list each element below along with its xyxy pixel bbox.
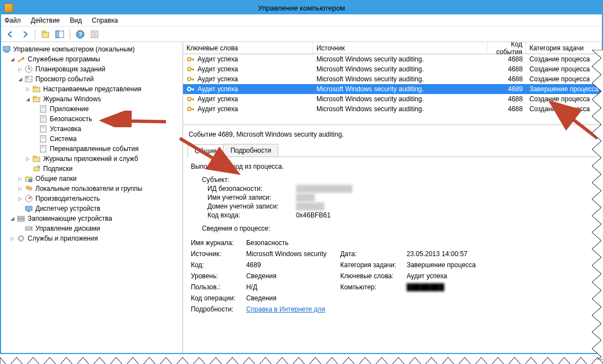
folder-icon	[32, 85, 41, 93]
up-button[interactable]	[39, 28, 51, 40]
event-row[interactable]: Аудит успехаMicrosoft Windows security a…	[183, 54, 602, 64]
device-manager-icon	[24, 204, 33, 213]
app-icon	[4, 3, 13, 12]
tab-details[interactable]: Подробности	[223, 144, 278, 157]
tree-log-setup[interactable]: Установка	[2, 124, 181, 134]
expander-icon[interactable]: ▷	[24, 155, 31, 162]
computer-label: Компьютер:	[340, 283, 407, 291]
event-row[interactable]: Аудит успехаMicrosoft Windows security a…	[183, 74, 602, 84]
tree-services-apps[interactable]: ▷ Службы и приложения	[2, 233, 181, 243]
help-link[interactable]: Справка в Интернете для	[246, 305, 325, 313]
log-icon	[39, 115, 48, 123]
tree-system-tools[interactable]: ◢ Служебные программы	[2, 54, 181, 64]
detail-header: Событие 4689, Microsoft Windows security…	[188, 128, 597, 141]
keywords-label: Ключевые слова:	[340, 272, 407, 280]
more-info-label: Подробности:	[191, 305, 246, 313]
event-list: Ключевые слова Источник Код события Кате…	[183, 42, 602, 125]
tree-performance[interactable]: ▷ Производительность	[2, 194, 181, 204]
show-hide-tree-button[interactable]	[54, 28, 66, 40]
tree-windows-logs[interactable]: ◢ Журналы Windows	[2, 94, 181, 104]
event-source: Microsoft Windows security auditing.	[313, 95, 487, 103]
svg-point-67	[188, 97, 191, 101]
svg-point-55	[188, 58, 191, 61]
col-event-id[interactable]: Код события	[487, 42, 526, 54]
tree-local-users[interactable]: ▷ Локальные пользователи и группы	[2, 184, 181, 194]
process-info-label: Сведения о процессе:	[202, 225, 594, 232]
event-id: 4688	[487, 65, 526, 73]
expander-icon[interactable]: ◢	[9, 56, 15, 63]
back-button[interactable]	[4, 28, 17, 40]
event-row[interactable]: Аудит успехаMicrosoft Windows security a…	[183, 94, 602, 104]
code-label: Код:	[191, 261, 246, 269]
tools-icon	[17, 55, 25, 64]
menu-help[interactable]: Справка	[92, 17, 118, 24]
event-row[interactable]: Аудит успехаMicrosoft Windows security a…	[183, 64, 602, 74]
menu-action[interactable]: Действие	[31, 17, 60, 24]
tree-log-system[interactable]: Система	[2, 134, 181, 144]
tree-log-security[interactable]: Безопасность	[2, 114, 181, 124]
folder-icon	[32, 154, 41, 163]
expander-icon[interactable]: ▷	[17, 185, 23, 192]
tree-custom-views[interactable]: ▷ Настраиваемые представления	[2, 84, 181, 94]
detail-tabs: Общие Подробности	[188, 144, 597, 157]
titlebar[interactable]: Управление компьютером	[1, 1, 602, 14]
svg-point-64	[188, 87, 191, 91]
menu-view[interactable]: Вид	[70, 17, 82, 24]
tree-app-services-logs[interactable]: ▷ Журналы приложений и служб	[2, 154, 181, 164]
tree-shared-folders[interactable]: ▷ Общие папки	[2, 174, 181, 184]
toolbar-separator	[70, 29, 70, 39]
computer-value: ████████	[407, 283, 517, 291]
col-keywords[interactable]: Ключевые слова	[183, 42, 313, 54]
event-keywords: Аудит успеха	[197, 95, 238, 103]
logon-id-value: 0x46BFB61	[296, 211, 594, 219]
event-keywords: Аудит успеха	[197, 75, 238, 83]
tree-subscriptions[interactable]: Подписки	[2, 164, 181, 174]
expander-icon[interactable]: ▷	[17, 175, 23, 182]
opcode-value: Сведения	[246, 294, 517, 302]
expander-icon[interactable]: ◢	[17, 76, 23, 82]
expander-icon[interactable]: ▷	[24, 86, 31, 92]
help-button[interactable]: ?	[74, 28, 86, 40]
disk-icon	[24, 224, 33, 233]
event-row[interactable]: Аудит успехаMicrosoft Windows security a…	[183, 84, 602, 94]
menu-file[interactable]: Файл	[4, 17, 21, 24]
subject-label: Субъект:	[202, 176, 594, 184]
code-value: 4689	[246, 261, 340, 269]
expander-icon[interactable]: ▷	[17, 195, 23, 202]
properties-button[interactable]	[89, 28, 101, 40]
subscriptions-icon	[32, 164, 41, 173]
right-pane: Ключевые слова Источник Код события Кате…	[183, 42, 602, 353]
forward-button[interactable]	[19, 28, 31, 40]
event-source: Microsoft Windows security auditing.	[313, 65, 487, 73]
svg-rect-49	[18, 216, 24, 219]
expander-icon[interactable]: ▷	[17, 66, 23, 72]
event-id: 4688	[487, 75, 526, 83]
expander-icon[interactable]: ◢	[24, 96, 31, 102]
key-icon	[186, 95, 195, 103]
event-detail-pane: Событие 4689, Microsoft Windows security…	[183, 125, 602, 353]
expander-icon[interactable]: ◢	[9, 215, 15, 222]
tree-log-forwarded[interactable]: Перенаправленные события	[2, 144, 181, 154]
expander-icon[interactable]: ▷	[9, 235, 15, 242]
keywords-value: Аудит успеха	[407, 272, 517, 280]
tree-task-scheduler[interactable]: ▷ Планировщик заданий	[2, 64, 181, 74]
date-value: 23.05.2013 14:00:57	[407, 250, 517, 258]
tree-event-viewer[interactable]: ◢ Просмотр событий	[2, 74, 181, 84]
tree-root[interactable]: Управление компьютером (локальным)	[2, 44, 181, 54]
svg-point-52	[30, 228, 32, 229]
svg-point-45	[29, 187, 32, 190]
tree-device-manager[interactable]: Диспетчер устройств	[2, 204, 181, 214]
users-icon	[24, 184, 33, 193]
tree-disk-mgmt[interactable]: Управление дисками	[2, 223, 181, 233]
event-id: 4688	[487, 95, 526, 103]
col-source[interactable]: Источник	[313, 42, 487, 54]
sid-value: ████████████	[296, 185, 594, 193]
tree-storage[interactable]: ◢ Запоминающие устройства	[2, 214, 181, 223]
event-row[interactable]: Аудит успехаMicrosoft Windows security a…	[183, 104, 602, 114]
tree-log-application[interactable]: Приложение	[2, 104, 181, 114]
computer-management-window: Управление компьютером Файл Действие Вид…	[0, 0, 603, 354]
tab-general[interactable]: Общие	[188, 144, 223, 157]
svg-rect-41	[34, 167, 39, 171]
event-viewer-icon	[24, 75, 33, 84]
svg-rect-48	[27, 211, 30, 212]
